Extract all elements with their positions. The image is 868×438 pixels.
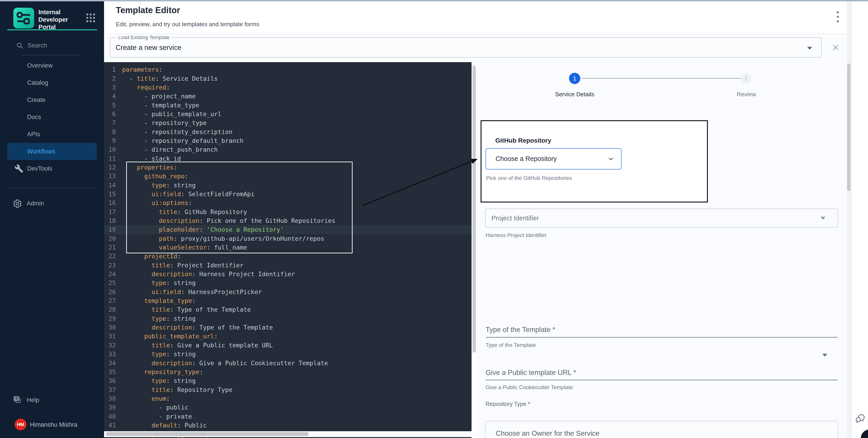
page-vscroll-thumb[interactable] xyxy=(847,64,850,191)
code-line[interactable]: 26 ui:field: HarnessProjectPicker xyxy=(104,288,471,296)
code-text: default: Public xyxy=(120,422,207,429)
code-text: - repositoty_description xyxy=(120,128,232,135)
wrench-icon xyxy=(14,164,24,173)
line-number: 16 xyxy=(104,199,120,206)
brand-title: Internal Developer Portal xyxy=(38,9,84,31)
user-name: Himanshu Mishra xyxy=(30,421,78,428)
line-number: 6 xyxy=(104,110,120,117)
code-line[interactable]: 24 description: Harness Project Identifi… xyxy=(104,270,471,278)
apps-grid-icon[interactable] xyxy=(86,13,96,23)
sidebar-item-label: APIs xyxy=(27,131,40,138)
project-identifier-select[interactable]: Project Identifier xyxy=(485,209,838,228)
code-line[interactable]: 35 repository_type: xyxy=(104,368,471,376)
step-1-circle[interactable]: 1 xyxy=(569,73,580,84)
line-number: 38 xyxy=(104,395,120,402)
repository-type-field-label[interactable]: Repository Type * xyxy=(486,401,530,407)
template-type-field-label[interactable]: Type of the Template * xyxy=(486,326,555,334)
code-text: template_type: xyxy=(120,297,196,304)
code-line[interactable]: 10 - direct_push_branch xyxy=(104,145,471,154)
code-line[interactable]: 9 - repository_default_branch xyxy=(104,136,471,145)
code-line[interactable]: 1parameters: xyxy=(104,65,471,74)
more-options-kebab-icon[interactable] xyxy=(833,11,842,25)
template-type-helper: Type of the Template xyxy=(486,342,536,348)
code-line[interactable]: 37 title: Repository Type xyxy=(104,385,471,394)
code-text: - slack_id xyxy=(120,155,181,162)
code-text: - repository_default_branch xyxy=(120,137,243,144)
idp-logo-icon xyxy=(13,8,34,29)
code-line[interactable]: 28 title: Type of the Template xyxy=(104,305,471,314)
page-vertical-scrollbar[interactable] xyxy=(847,1,851,438)
editor-hscroll-thumb[interactable] xyxy=(106,432,309,436)
editor-vertical-scrollbar[interactable] xyxy=(471,62,477,438)
sidebar-search[interactable]: Search xyxy=(0,39,104,52)
page-header: Template Editor Edit, preview, and try o… xyxy=(104,1,851,34)
load-existing-template-select[interactable]: Load Existing Template Create a new serv… xyxy=(110,35,822,58)
line-number: 32 xyxy=(104,342,120,349)
annotation-highlight-box xyxy=(126,162,352,254)
line-number: 36 xyxy=(104,377,120,384)
line-number: 3 xyxy=(104,84,120,91)
sidebar-item-devtools[interactable]: DevTools xyxy=(7,160,97,177)
code-text: title: Type of the Template xyxy=(120,306,251,313)
code-line[interactable]: 33 type: string xyxy=(104,350,471,359)
sidebar-item-create[interactable]: Create xyxy=(7,91,97,108)
code-line[interactable]: 5 - template_type xyxy=(104,101,471,109)
clear-template-icon[interactable] xyxy=(832,44,839,51)
code-line[interactable]: 34 description: Give a Public Cookiecutt… xyxy=(104,359,471,367)
sidebar-item-admin[interactable]: Admin xyxy=(0,197,104,210)
line-number: 29 xyxy=(104,315,120,322)
code-line[interactable]: 36 type: string xyxy=(104,376,471,385)
code-line[interactable]: 23 title: Project Identifier xyxy=(104,261,471,270)
load-template-label: Load Existing Template xyxy=(117,35,172,40)
step-2-label: Review xyxy=(712,91,780,98)
code-line[interactable]: 27 template_type: xyxy=(104,296,471,305)
code-line[interactable]: 30 description: Type of the Template xyxy=(104,323,471,332)
github-repository-helper: Pick one of the GitHub Repositories xyxy=(486,175,572,181)
sidebar-item-docs[interactable]: Docs xyxy=(7,108,97,126)
editor-vscroll-thumb[interactable] xyxy=(472,66,476,352)
public-template-url-field-label[interactable]: Give a Public template URL * xyxy=(486,369,576,377)
sidebar-item-apis[interactable]: APIs xyxy=(7,126,97,143)
code-line[interactable]: 25 type: string xyxy=(104,278,471,287)
sidebar-item-help[interactable]: ? Help xyxy=(0,394,104,406)
project-identifier-helper: Harness Project Identifier xyxy=(486,232,547,238)
line-number: 19 xyxy=(104,226,120,233)
line-number: 27 xyxy=(104,297,120,304)
line-number: 20 xyxy=(104,235,120,242)
template-type-underline xyxy=(486,337,838,338)
code-line[interactable]: 32 title: Give a Public template URL xyxy=(104,341,471,350)
code-line[interactable]: 38 enum: xyxy=(104,394,471,403)
line-number: 25 xyxy=(104,279,120,287)
chat-widget-corner[interactable] xyxy=(861,429,868,438)
code-line[interactable]: 7 - repository_type xyxy=(104,119,471,127)
line-number: 26 xyxy=(104,289,120,295)
sidebar-item-workflows[interactable]: Workflows xyxy=(7,143,97,160)
code-text: - repository_type xyxy=(120,119,207,126)
sidebar-item-catalog[interactable]: Catalog xyxy=(7,74,97,91)
chat-bubbles-icon[interactable] xyxy=(854,412,867,425)
code-line[interactable]: 4 - project_name xyxy=(104,92,471,101)
code-line[interactable]: 31 public_template_url: xyxy=(104,332,471,341)
code-line[interactable]: 41 default: Public xyxy=(104,421,471,430)
code-text: public_template_url: xyxy=(120,333,218,340)
editor-horizontal-scrollbar[interactable] xyxy=(104,431,471,437)
sidebar-item-label: Docs xyxy=(27,114,41,121)
code-line[interactable]: 2 - title: Service Details xyxy=(104,74,471,83)
admin-label: Admin xyxy=(27,200,44,207)
code-line[interactable]: 39 - public xyxy=(104,403,471,412)
code-line[interactable]: 40 - private xyxy=(104,412,471,420)
sidebar-item-overview[interactable]: Overview xyxy=(7,57,97,74)
step-2-circle[interactable]: 2 xyxy=(741,73,751,83)
sidebar-item-label: Workflows xyxy=(27,148,55,155)
code-line[interactable]: 3 required: xyxy=(104,83,471,92)
line-number: 17 xyxy=(104,208,120,215)
dropdown-caret-icon xyxy=(807,47,812,50)
github-repository-select[interactable]: Choose a Repository xyxy=(486,148,621,169)
code-line[interactable]: 8 - repositoty_description xyxy=(104,127,471,136)
code-text: description: Harness Project Identifier xyxy=(120,271,295,277)
sidebar-user[interactable]: HM Himanshu Mishra xyxy=(0,418,104,432)
code-line[interactable]: 6 - public_template_url xyxy=(104,110,471,119)
service-owner-select[interactable]: Choose an Owner for the Service xyxy=(485,421,838,438)
code-line[interactable]: 29 type: string xyxy=(104,314,471,323)
code-text: enum: xyxy=(120,395,170,402)
